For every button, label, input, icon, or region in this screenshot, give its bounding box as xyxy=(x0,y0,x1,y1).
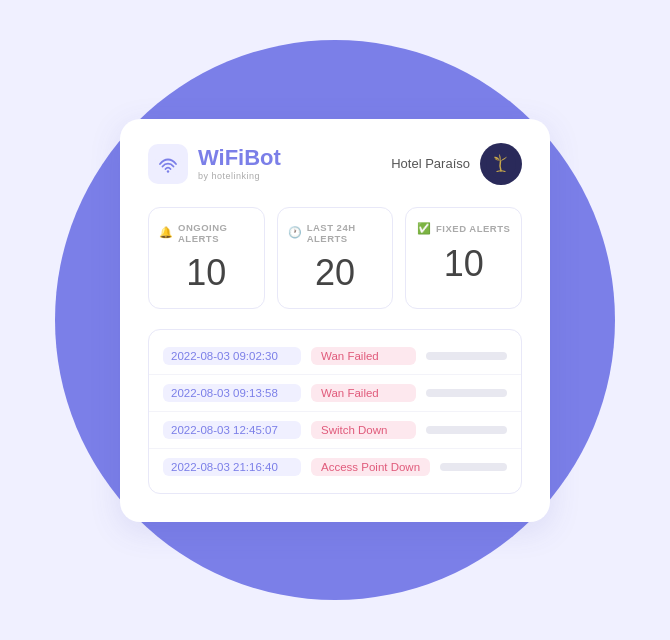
alert-bar-1 xyxy=(426,389,507,397)
hotel-area: Hotel Paraíso xyxy=(391,143,522,185)
alert-type-1: Wan Failed xyxy=(311,384,416,402)
alerts-table: 2022-08-03 09:02:30 Wan Failed 2022-08-0… xyxy=(148,329,522,494)
stat-label-row-ongoing: 🔔 ONGOING ALERTS xyxy=(159,222,254,244)
stat-card-ongoing: 🔔 ONGOING ALERTS 10 xyxy=(148,207,265,309)
bell-icon: 🔔 xyxy=(159,226,173,239)
fixed-label: FIXED ALERTS xyxy=(436,223,510,234)
alert-bar-0 xyxy=(426,352,507,360)
alert-row: 2022-08-03 12:45:07 Switch Down xyxy=(149,412,521,449)
check-circle-icon: ✅ xyxy=(417,222,431,235)
fixed-value: 10 xyxy=(444,243,484,285)
ongoing-value: 10 xyxy=(186,252,226,294)
alert-row: 2022-08-03 09:02:30 Wan Failed xyxy=(149,338,521,375)
alert-type-3: Access Point Down xyxy=(311,458,430,476)
last24h-value: 20 xyxy=(315,252,355,294)
svg-point-2 xyxy=(486,149,516,179)
main-card: WiFiBot by hotelinking Hotel Paraíso xyxy=(120,119,550,522)
alert-date-0: 2022-08-03 09:02:30 xyxy=(163,347,301,365)
logo-area: WiFiBot by hotelinking xyxy=(148,144,281,184)
svg-point-1 xyxy=(167,170,169,172)
stat-label-row-last24h: 🕐 LAST 24H ALERTS xyxy=(288,222,383,244)
header: WiFiBot by hotelinking Hotel Paraíso xyxy=(148,143,522,185)
alert-date-1: 2022-08-03 09:13:58 xyxy=(163,384,301,402)
logo-icon xyxy=(148,144,188,184)
alert-bar-2 xyxy=(426,426,507,434)
ongoing-label: ONGOING ALERTS xyxy=(178,222,254,244)
last24h-label: LAST 24H ALERTS xyxy=(307,222,383,244)
app-title: WiFiBot xyxy=(198,146,281,170)
alert-row: 2022-08-03 21:16:40 Access Point Down xyxy=(149,449,521,485)
app-subtitle: by hotelinking xyxy=(198,171,281,181)
alert-row: 2022-08-03 09:13:58 Wan Failed xyxy=(149,375,521,412)
alert-type-2: Switch Down xyxy=(311,421,416,439)
clock-icon: 🕐 xyxy=(288,226,302,239)
alert-type-0: Wan Failed xyxy=(311,347,416,365)
stat-card-last24h: 🕐 LAST 24H ALERTS 20 xyxy=(277,207,394,309)
stat-label-row-fixed: ✅ FIXED ALERTS xyxy=(417,222,510,235)
alert-bar-3 xyxy=(440,463,507,471)
background-circle: WiFiBot by hotelinking Hotel Paraíso xyxy=(55,40,615,600)
hotel-name: Hotel Paraíso xyxy=(391,156,470,171)
alert-date-2: 2022-08-03 12:45:07 xyxy=(163,421,301,439)
stats-row: 🔔 ONGOING ALERTS 10 🕐 LAST 24H ALERTS 20… xyxy=(148,207,522,309)
logo-text-area: WiFiBot by hotelinking xyxy=(198,146,281,180)
alert-date-3: 2022-08-03 21:16:40 xyxy=(163,458,301,476)
hotel-badge xyxy=(480,143,522,185)
stat-card-fixed: ✅ FIXED ALERTS 10 xyxy=(405,207,522,309)
